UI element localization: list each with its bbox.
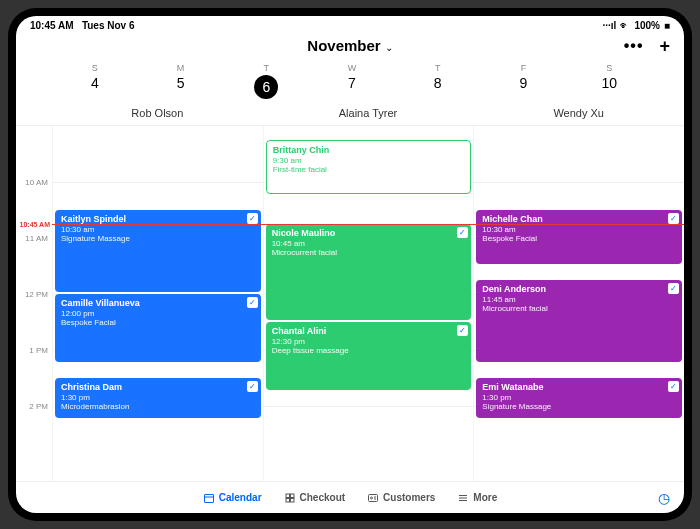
event-columns: Kaitlyn Spindel10:30 amSignature Massage… — [52, 126, 684, 481]
svg-rect-2 — [286, 494, 290, 498]
columns-header: Rob OlsonAlaina TyrerWendy Xu — [16, 99, 684, 126]
nav-label: Calendar — [219, 492, 262, 503]
day-number: 7 — [309, 75, 395, 91]
time-label: 12 PM — [25, 290, 48, 299]
appointment-time: 1:30 pm — [482, 393, 676, 403]
appointment-time: 11:45 am — [482, 295, 676, 305]
time-label: 11 AM — [25, 234, 48, 243]
appointment-time: 1:30 pm — [61, 393, 255, 403]
svg-point-7 — [371, 497, 373, 499]
day-number: 4 — [52, 75, 138, 91]
appointment-time: 10:45 am — [272, 239, 466, 249]
appointment-service: Microcurrent facial — [272, 248, 466, 258]
appointment-time: 10:30 am — [61, 225, 255, 235]
screen: 10:45 AM Tues Nov 6 ···ıl ᯤ 100% ■ Novem… — [16, 16, 684, 513]
month-label: November — [307, 37, 380, 54]
chevron-down-icon: ⌄ — [385, 42, 393, 53]
wifi-icon: ᯤ — [620, 20, 630, 31]
svg-rect-3 — [290, 494, 294, 498]
nav-calendar[interactable]: Calendar — [203, 492, 262, 504]
nav-more[interactable]: More — [457, 492, 497, 504]
staff-column[interactable]: Brittany Chin9:30 amFirst-time facialNic… — [263, 126, 474, 481]
appointment[interactable]: Nicole Maulino10:45 amMicrocurrent facia… — [266, 224, 472, 320]
appointment-service: Microdermabrasion — [61, 402, 255, 412]
appointment[interactable]: Emi Watanabe1:30 pmSignature Massage✓ — [476, 378, 682, 418]
appointment-name: Nicole Maulino — [272, 228, 466, 239]
nav-label: Checkout — [300, 492, 346, 503]
check-icon: ✓ — [457, 227, 468, 238]
day-7[interactable]: W7 — [309, 63, 395, 99]
appointment-name: Emi Watanabe — [482, 382, 676, 393]
column-header[interactable]: Alaina Tyrer — [263, 107, 474, 119]
check-icon: ✓ — [668, 283, 679, 294]
day-number: 8 — [395, 75, 481, 91]
status-right: ···ıl ᯤ 100% ■ — [602, 20, 670, 31]
appointment-service: Bespoke Facial — [482, 234, 676, 244]
column-header[interactable]: Rob Olson — [52, 107, 263, 119]
day-letter: S — [566, 63, 652, 73]
appointment[interactable]: Chantal Alini12:30 pmDeep tissue massage… — [266, 322, 472, 390]
day-letter: S — [52, 63, 138, 73]
staff-column[interactable]: Kaitlyn Spindel10:30 amSignature Massage… — [52, 126, 263, 481]
day-letter: W — [309, 63, 395, 73]
appointment-service: Bespoke Facial — [61, 318, 255, 328]
battery-text: 100% — [634, 20, 660, 31]
appointment[interactable]: Kaitlyn Spindel10:30 amSignature Massage… — [55, 210, 261, 292]
time-label: 1 PM — [29, 346, 48, 355]
appointment[interactable]: Christina Dam1:30 pmMicrodermabrasion✓ — [55, 378, 261, 418]
day-letter: T — [223, 63, 309, 73]
svg-rect-4 — [286, 498, 290, 502]
appointment-name: Chantal Alini — [272, 326, 466, 337]
day-10[interactable]: S10 — [566, 63, 652, 99]
appointment-name: Christina Dam — [61, 382, 255, 393]
appointment[interactable]: Michelle Chan10:30 amBespoke Facial✓ — [476, 210, 682, 264]
day-letter: T — [395, 63, 481, 73]
nav-checkout[interactable]: Checkout — [284, 492, 346, 504]
appointment-service: First-time facial — [273, 165, 465, 175]
day-number: 9 — [481, 75, 567, 91]
signal-icon: ···ıl — [602, 20, 616, 31]
appointment-time: 10:30 am — [482, 225, 676, 235]
now-line — [52, 224, 684, 225]
check-icon: ✓ — [247, 381, 258, 392]
staff-column[interactable]: Michelle Chan10:30 amBespoke Facial✓Deni… — [473, 126, 684, 481]
appointment-service: Deep tissue massage — [272, 346, 466, 356]
bottom-nav: CalendarCheckoutCustomersMore◷ — [16, 481, 684, 513]
appointment-time: 12:00 pm — [61, 309, 255, 319]
time-label: 10 AM — [25, 178, 48, 187]
device-frame: 10:45 AM Tues Nov 6 ···ıl ᯤ 100% ■ Novem… — [8, 8, 692, 521]
appointment-name: Deni Anderson — [482, 284, 676, 295]
appointment-name: Brittany Chin — [273, 145, 465, 156]
add-button[interactable]: + — [659, 36, 670, 57]
appointment-name: Camille Villanueva — [61, 298, 255, 309]
time-column: 10 AM11 AM12 PM1 PM2 PM10:45 AM — [16, 126, 52, 481]
svg-rect-5 — [290, 498, 294, 502]
battery-icon: ■ — [664, 20, 670, 31]
now-label: 10:45 AM — [20, 221, 50, 228]
day-6[interactable]: T6 — [223, 63, 309, 99]
day-number: 6 — [254, 75, 278, 99]
appointment[interactable]: Deni Anderson11:45 amMicrocurrent facial… — [476, 280, 682, 362]
clock-button[interactable]: ◷ — [658, 490, 670, 506]
menu-icon[interactable]: ••• — [624, 37, 644, 55]
nav-customers[interactable]: Customers — [367, 492, 435, 504]
day-9[interactable]: F9 — [481, 63, 567, 99]
day-8[interactable]: T8 — [395, 63, 481, 99]
check-icon: ✓ — [668, 381, 679, 392]
week-row: S4M5T6W7T8F9S10 — [16, 63, 684, 99]
check-icon: ✓ — [457, 325, 468, 336]
day-5[interactable]: M5 — [138, 63, 224, 99]
appointment-service: Microcurrent facial — [482, 304, 676, 314]
calendar-grid[interactable]: 10 AM11 AM12 PM1 PM2 PM10:45 AM Kaitlyn … — [16, 126, 684, 481]
status-left: 10:45 AM Tues Nov 6 — [30, 20, 135, 31]
month-picker[interactable]: November⌄ — [307, 37, 392, 55]
day-number: 10 — [566, 75, 652, 91]
day-4[interactable]: S4 — [52, 63, 138, 99]
day-letter: M — [138, 63, 224, 73]
appointment[interactable]: Camille Villanueva12:00 pmBespoke Facial… — [55, 294, 261, 362]
column-header[interactable]: Wendy Xu — [473, 107, 684, 119]
appointment[interactable]: Brittany Chin9:30 amFirst-time facial — [266, 140, 472, 194]
header: November⌄ ••• + — [16, 33, 684, 63]
nav-label: Customers — [383, 492, 435, 503]
check-icon: ✓ — [247, 297, 258, 308]
